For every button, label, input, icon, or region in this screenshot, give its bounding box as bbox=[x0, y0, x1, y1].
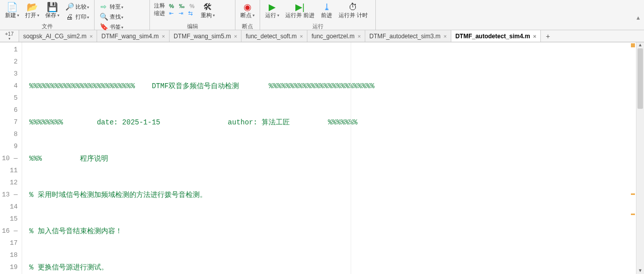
line-gutter: 12345678910 —111213 —141516 —17181920 bbox=[0, 42, 22, 274]
group-run-label: 运行 bbox=[262, 23, 373, 30]
breakpoint-button[interactable]: ◉断点 bbox=[237, 1, 258, 23]
comment-z-button[interactable]: % bbox=[189, 3, 196, 9]
close-icon[interactable]: × bbox=[443, 33, 446, 39]
new-tab-button[interactable]: + bbox=[541, 30, 555, 42]
tab-dtmf-sim5[interactable]: DTMF_wang_sim5.m× bbox=[170, 30, 242, 42]
warning-indicator-icon[interactable] bbox=[631, 43, 635, 47]
comment-pct-button[interactable]: % bbox=[168, 3, 175, 9]
run-button[interactable]: ▶运行 bbox=[262, 1, 282, 23]
code-editor[interactable]: 12345678910 —111213 —141516 —17181920 %%… bbox=[0, 42, 644, 274]
scroll-up-icon[interactable]: ▲ bbox=[636, 42, 644, 48]
bookmark-icon: 🔖 bbox=[100, 23, 108, 31]
new-icon: 📄 bbox=[7, 2, 18, 12]
save-button[interactable]: 💾保存 bbox=[42, 1, 62, 23]
compare-button[interactable]: 🔎比较 bbox=[64, 2, 90, 11]
open-button[interactable]: 📂打开 bbox=[22, 1, 42, 23]
tab-func-goertzel[interactable]: func_goertzel.m× bbox=[307, 30, 365, 42]
refactor-icon: 🛠 bbox=[203, 2, 212, 12]
indent-left-button[interactable]: ⇤ bbox=[168, 10, 175, 17]
ribbon-toolbar: 📄新建 📂打开 💾保存 🔎比较 🖨打印 文件 ⇨转至 🔍查找 🔖书签 导航 注释 bbox=[0, 0, 644, 30]
code-minimap-strip bbox=[630, 42, 636, 274]
ribbon-expand-icon[interactable]: ▲ bbox=[635, 15, 641, 21]
breakpoint-icon: ◉ bbox=[244, 2, 252, 12]
vertical-scrollbar[interactable]: ▲ ▼ bbox=[636, 42, 644, 274]
find-icon: 🔍 bbox=[100, 13, 108, 21]
code-area[interactable]: %%%%%%%%%%%%%%%%%%%%%%%%% DTMF双音多频信号自动检测… bbox=[22, 42, 644, 274]
close-icon[interactable]: × bbox=[162, 33, 165, 39]
open-icon: 📂 bbox=[27, 2, 38, 12]
goto-button[interactable]: ⇨转至 bbox=[99, 2, 124, 11]
goto-icon: ⇨ bbox=[100, 3, 108, 11]
save-icon: 💾 bbox=[47, 2, 58, 12]
indent-auto-button[interactable]: ⇥ bbox=[178, 10, 184, 17]
tab-dtmf-sim4[interactable]: DTMF_wang_sim4.m× bbox=[97, 30, 169, 42]
group-file-label: 文件 bbox=[2, 23, 92, 30]
step-icon: ⤓ bbox=[323, 2, 331, 12]
find-button[interactable]: 🔍查找 bbox=[99, 12, 124, 21]
step-button[interactable]: ⤓前进 bbox=[317, 1, 336, 23]
run-icon: ▶ bbox=[269, 2, 276, 12]
run-time-icon: ⏱ bbox=[349, 2, 358, 12]
group-bp-label: 断点 bbox=[237, 23, 258, 30]
compare-icon: 🔎 bbox=[65, 3, 73, 11]
comment-pct2-button[interactable]: ‰ bbox=[178, 3, 186, 9]
new-button[interactable]: 📄新建 bbox=[2, 1, 22, 23]
refactor-button[interactable]: 🛠重构 bbox=[198, 1, 218, 23]
tab-autodetect4[interactable]: DTMF_autodetect_sim4.m× bbox=[451, 30, 541, 42]
run-advance-button[interactable]: ▶|运行并 前进 bbox=[282, 1, 317, 23]
scroll-down-icon[interactable]: ▼ bbox=[636, 268, 644, 274]
indent-right-button[interactable]: ⇆ bbox=[187, 10, 194, 17]
print-icon: 🖨 bbox=[65, 13, 73, 21]
document-tabbar: +17▾ soqpsk_AI_CG_sim2.m× DTMF_wang_sim4… bbox=[0, 30, 644, 42]
warning-mark[interactable] bbox=[631, 193, 635, 195]
close-icon[interactable]: × bbox=[358, 33, 361, 39]
tab-autodetect3[interactable]: DTMF_autodetect_sim3.m× bbox=[365, 30, 451, 42]
close-icon[interactable]: × bbox=[234, 33, 237, 39]
print-button[interactable]: 🖨打印 bbox=[64, 12, 90, 21]
close-icon[interactable]: × bbox=[90, 33, 93, 39]
indent-label: 缩进 bbox=[154, 10, 165, 17]
group-edit-label: 编辑 bbox=[152, 23, 233, 30]
margin-ruler bbox=[351, 42, 351, 274]
scroll-thumb[interactable] bbox=[637, 48, 643, 109]
tab-soqpsk[interactable]: soqpsk_AI_CG_sim2.m× bbox=[19, 30, 97, 42]
run-advance-icon: ▶| bbox=[295, 2, 305, 12]
tab-overflow-button[interactable]: +17▾ bbox=[0, 30, 19, 42]
comment-label: 注释 bbox=[154, 2, 165, 10]
tab-func-detect[interactable]: func_detect_soft.m× bbox=[242, 30, 307, 42]
run-time-button[interactable]: ⏱运行并 计时 bbox=[336, 1, 371, 23]
warning-mark[interactable] bbox=[631, 214, 635, 215]
close-icon[interactable]: × bbox=[300, 33, 303, 39]
close-icon[interactable]: × bbox=[533, 33, 536, 39]
